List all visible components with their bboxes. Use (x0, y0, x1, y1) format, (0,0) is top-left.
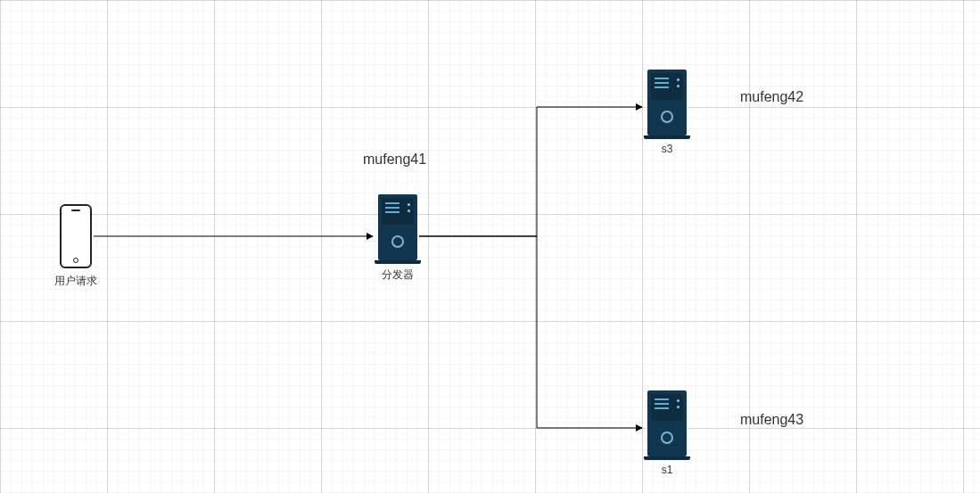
server-bottom-title: mufeng43 (740, 412, 803, 428)
edge-dispatcher-s1 (419, 236, 642, 428)
dispatcher-title: mufeng41 (363, 152, 426, 168)
client-caption: 用户请求 (51, 274, 101, 289)
dispatcher-server-icon (378, 194, 417, 260)
server-bottom-caption: s1 (647, 464, 687, 476)
dispatcher-caption: 分发器 (378, 267, 417, 283)
connections (0, 0, 980, 493)
server-top-title: mufeng42 (740, 89, 803, 105)
edge-dispatcher-s3 (419, 107, 642, 236)
client-phone-icon (60, 204, 92, 268)
server-top-icon (647, 70, 687, 136)
server-top-caption: s3 (647, 143, 687, 155)
server-bottom-icon (647, 390, 687, 456)
